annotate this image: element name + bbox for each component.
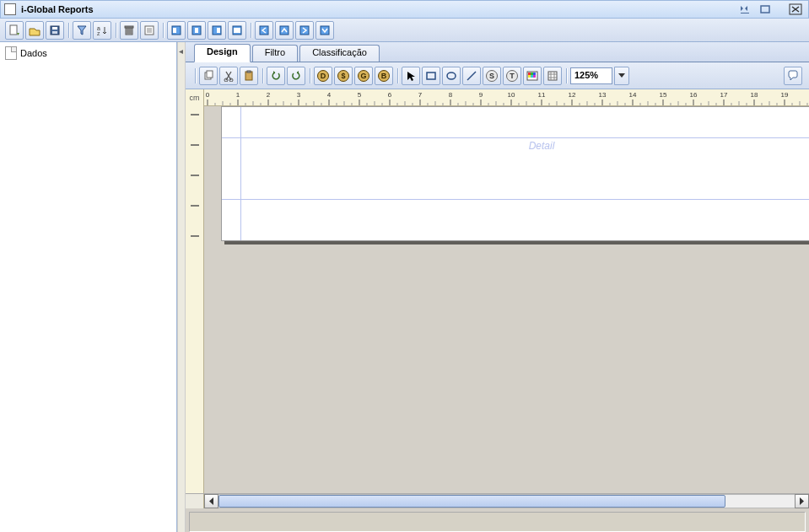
vertical-splitter[interactable]: ◂: [177, 42, 186, 532]
new-report-button[interactable]: [5, 21, 24, 40]
svg-text:17: 17: [720, 91, 728, 99]
align-right-button[interactable]: [208, 21, 226, 40]
svg-rect-53: [531, 73, 533, 75]
svg-text:13: 13: [599, 91, 607, 99]
svg-text:0: 0: [206, 91, 210, 99]
status-bar: [189, 512, 806, 532]
text-t-icon: T: [505, 69, 519, 83]
app-toolbar: az: [0, 19, 809, 42]
sidebar-item-dados[interactable]: Dados: [5, 46, 171, 61]
field-b-button[interactable]: B: [375, 67, 393, 85]
undo-icon: [270, 70, 282, 82]
line-button[interactable]: [462, 67, 481, 85]
svg-rect-27: [280, 26, 289, 35]
report-page[interactable]: Detail: [221, 106, 809, 241]
titlebar: i-Global Reports: [0, 0, 809, 19]
scroll-right-button[interactable]: [795, 494, 809, 508]
image-button[interactable]: [523, 67, 542, 85]
design-toolbar: D $ G B S T 125%: [186, 62, 809, 89]
paste-button[interactable]: [240, 67, 258, 85]
design-canvas[interactable]: Detail: [204, 106, 809, 493]
align-center-button[interactable]: [187, 21, 206, 40]
close-button[interactable]: [786, 3, 805, 16]
scrollbar-track[interactable]: [218, 494, 795, 508]
svg-text:a: a: [97, 25, 100, 31]
svg-text:1: 1: [236, 91, 240, 99]
svg-rect-23: [217, 28, 220, 33]
detail-band-label: Detail: [529, 140, 555, 152]
properties-icon: [143, 24, 155, 36]
svg-text:G: G: [360, 72, 366, 80]
align-justify-button[interactable]: [228, 21, 246, 40]
align-left-button[interactable]: [167, 21, 186, 40]
pointer-button[interactable]: [402, 67, 420, 85]
svg-point-38: [338, 70, 349, 81]
svg-point-33: [229, 78, 233, 82]
sort-icon: az: [96, 24, 108, 36]
delete-button[interactable]: [120, 21, 138, 40]
maximize-inner-button[interactable]: [756, 3, 774, 16]
delete-icon: [123, 24, 135, 36]
move-up-button[interactable]: [275, 21, 294, 40]
grid-button[interactable]: [543, 67, 562, 85]
tabstrip: Design Filtro Classificação: [186, 42, 809, 62]
text-s-button[interactable]: S: [483, 67, 501, 85]
properties-button[interactable]: [140, 21, 159, 40]
svg-rect-51: [527, 72, 537, 80]
cut-button[interactable]: [219, 67, 238, 85]
toolbar-separator: [260, 67, 265, 85]
field-g-icon: G: [357, 69, 370, 83]
ellipse-button[interactable]: [442, 67, 461, 85]
horizontal-scrollbar[interactable]: [186, 493, 809, 508]
toolbar-separator: [113, 21, 118, 40]
field-s-button[interactable]: $: [334, 67, 353, 85]
save-button[interactable]: [46, 21, 64, 40]
zoom-input[interactable]: 125%: [570, 67, 612, 84]
open-report-button[interactable]: [25, 21, 44, 40]
field-g-button[interactable]: G: [354, 67, 373, 85]
cut-icon: [223, 70, 235, 82]
copy-icon: [202, 70, 214, 82]
svg-text:18: 18: [751, 91, 758, 99]
svg-rect-52: [528, 73, 531, 75]
toolbar-separator: [564, 67, 569, 85]
filter-button[interactable]: [73, 21, 91, 40]
zoom-dropdown-button[interactable]: [614, 67, 629, 85]
svg-text:16: 16: [690, 91, 698, 99]
svg-rect-14: [145, 26, 154, 35]
svg-rect-4: [51, 26, 59, 35]
ruler-horizontal[interactable]: 01234567891011121314151617181920: [204, 89, 809, 105]
scroll-left-button[interactable]: [204, 494, 218, 508]
ruler-vertical[interactable]: [186, 106, 204, 493]
scrollbar-thumb[interactable]: [218, 495, 725, 508]
detail-band[interactable]: Detail: [222, 137, 809, 200]
copy-button[interactable]: [199, 67, 218, 85]
speech-bubble-icon: [787, 70, 799, 82]
tab-filtro[interactable]: Filtro: [252, 45, 298, 62]
minimize-inner-button[interactable]: [736, 3, 754, 16]
ruler-unit-label: cm: [186, 89, 204, 106]
sort-button[interactable]: az: [93, 21, 111, 40]
rectangle-icon: [425, 70, 437, 82]
rectangle-button[interactable]: [422, 67, 440, 85]
svg-text:z: z: [97, 30, 100, 36]
tab-design[interactable]: Design: [194, 44, 251, 62]
chevron-down-icon: [618, 73, 625, 78]
svg-point-47: [487, 70, 498, 81]
svg-rect-26: [260, 26, 268, 35]
field-b-icon: B: [377, 69, 391, 83]
move-right-button[interactable]: [295, 21, 314, 40]
field-d-button[interactable]: D: [314, 67, 332, 85]
redo-button[interactable]: [287, 67, 305, 85]
svg-rect-25: [234, 28, 240, 33]
move-left-button[interactable]: [255, 21, 273, 40]
undo-button[interactable]: [267, 67, 285, 85]
svg-rect-6: [52, 31, 57, 34]
tab-classificacao[interactable]: Classificação: [299, 45, 380, 62]
svg-rect-22: [213, 26, 221, 35]
align-right-icon: [211, 24, 223, 36]
svg-rect-1: [761, 6, 769, 13]
move-down-button[interactable]: [316, 21, 334, 40]
help-button[interactable]: [784, 67, 802, 85]
text-t-button[interactable]: T: [503, 67, 521, 85]
